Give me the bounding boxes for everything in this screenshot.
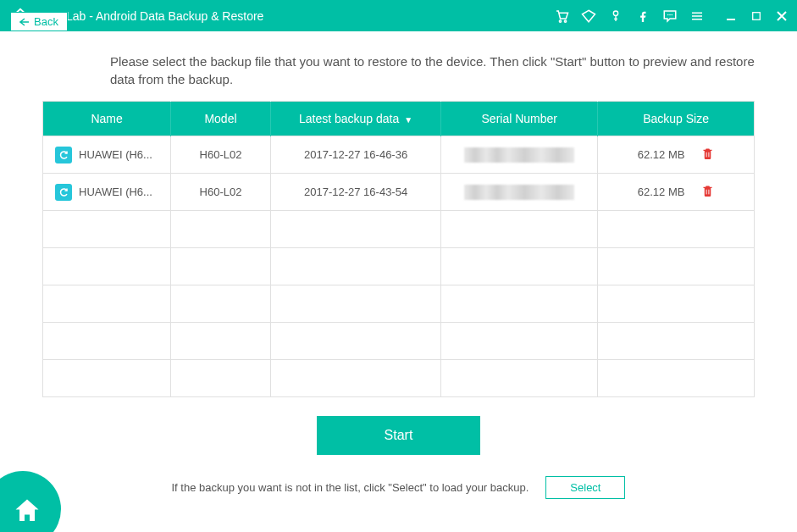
backup-size: 62.12 MB <box>638 186 685 198</box>
back-label: Back <box>34 15 58 28</box>
select-button[interactable]: Select <box>545 476 625 499</box>
back-button[interactable]: Back <box>10 12 68 31</box>
facebook-icon[interactable] <box>634 8 651 25</box>
backup-table: Name Model Latest backup data▼ Serial Nu… <box>42 101 755 397</box>
titlebar: FoneLab - Android Data Backup & Restore <box>0 0 797 31</box>
backup-model: H60-L02 <box>171 136 271 174</box>
svg-point-0 <box>559 19 561 21</box>
key-icon[interactable] <box>607 8 624 25</box>
table-row-empty <box>43 285 755 323</box>
svg-rect-8 <box>709 152 710 158</box>
header-latest-backup[interactable]: Latest backup data▼ <box>270 102 441 136</box>
feedback-icon[interactable] <box>661 8 678 25</box>
svg-point-5 <box>672 14 673 15</box>
minimize-button[interactable] <box>724 9 738 23</box>
table-row[interactable]: HUAWEI (H6... H60-L02 2017-12-27 16-46-3… <box>43 136 755 174</box>
cart-icon[interactable] <box>553 8 570 25</box>
start-button[interactable]: Start <box>317 416 481 455</box>
svg-rect-6 <box>753 12 761 19</box>
svg-point-3 <box>667 14 669 15</box>
header-serial[interactable]: Serial Number <box>441 102 598 136</box>
svg-point-4 <box>669 14 671 15</box>
device-refresh-icon <box>55 147 72 163</box>
backup-model: H60-L02 <box>171 174 271 211</box>
delete-icon[interactable] <box>701 184 714 200</box>
menu-icon[interactable] <box>689 8 706 25</box>
table-row[interactable]: HUAWEI (H6... H60-L02 2017-12-27 16-43-5… <box>43 174 755 211</box>
wifi-icon[interactable] <box>580 8 597 25</box>
close-button[interactable] <box>775 9 789 23</box>
svg-rect-10 <box>709 190 710 195</box>
sort-down-icon: ▼ <box>404 115 412 125</box>
serial-blurred <box>464 185 574 200</box>
serial-blurred <box>464 147 574 163</box>
svg-point-1 <box>564 19 566 21</box>
svg-point-2 <box>613 11 617 15</box>
app-title: FoneLab - Android Data Backup & Restore <box>39 9 263 23</box>
backup-date: 2017-12-27 16-46-36 <box>270 136 441 174</box>
header-name[interactable]: Name <box>43 102 171 136</box>
header-model[interactable]: Model <box>171 102 271 136</box>
table-row-empty <box>43 248 755 285</box>
backup-size: 62.12 MB <box>638 148 685 161</box>
backup-name: HUAWEI (H6... <box>79 186 152 198</box>
footer-hint: If the backup you want is not in the lis… <box>172 481 529 494</box>
delete-icon[interactable] <box>701 147 714 163</box>
svg-rect-7 <box>706 152 707 158</box>
table-row-empty <box>43 211 755 248</box>
instruction-text: Please select the backup file that you w… <box>110 53 755 88</box>
device-refresh-icon <box>55 184 72 201</box>
backup-date: 2017-12-27 16-43-54 <box>270 174 441 211</box>
header-size[interactable]: Backup Size <box>598 102 755 136</box>
table-row-empty <box>43 323 755 360</box>
backup-name: HUAWEI (H6... <box>79 148 152 161</box>
maximize-button[interactable] <box>750 9 763 23</box>
table-row-empty <box>43 360 755 397</box>
svg-rect-9 <box>706 190 707 195</box>
